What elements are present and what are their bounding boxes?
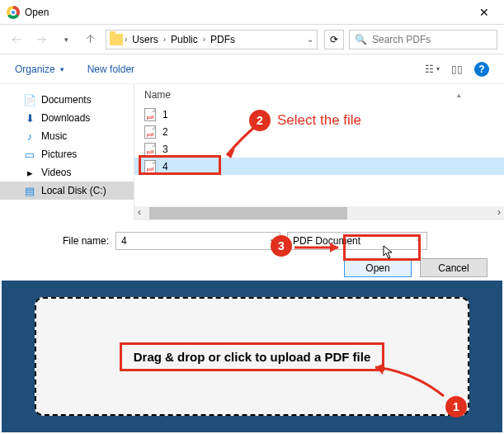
preview-pane-button[interactable]: ▯▯ [451,64,463,75]
scrollbar-thumb[interactable] [149,207,347,219]
sidebar-item-pictures[interactable]: ▭Pictures [0,145,134,163]
filename-label: File name: [63,235,109,247]
annotation-text-select: Select the file [277,112,361,129]
chevron-right-icon: › [163,35,166,44]
crumb-users[interactable]: Users [129,34,161,45]
folder-icon [110,34,123,45]
refresh-button[interactable]: ⟳ [324,30,344,50]
file-type-filter[interactable]: PDF Document▾ [287,232,427,250]
upload-background: Drag & drop or click to upload a PDF fil… [2,281,502,432]
pdf-icon: pdf [144,160,156,173]
pdf-icon: pdf [144,143,156,156]
chevron-down-icon[interactable]: ⌄ [307,35,313,44]
disk-icon: ▤ [23,184,36,197]
drop-zone[interactable]: Drag & drop or click to upload a PDF fil… [35,297,469,416]
recent-dropdown[interactable]: ▾ [56,30,76,50]
help-icon[interactable]: ? [474,62,489,77]
close-button[interactable]: ✕ [465,0,502,25]
crumb-public[interactable]: Public [167,34,201,45]
horizontal-scrollbar[interactable] [134,206,504,220]
crumb-pdfs[interactable]: PDFs [207,34,238,45]
sidebar: 📄Documents ⬇Downloads ♪Music ▭Pictures ▸… [0,84,134,220]
sort-arrow-icon: ▴ [457,91,461,99]
search-placeholder: Search PDFs [372,34,431,45]
chevron-right-icon: › [203,35,205,44]
window-title: Open [25,7,465,18]
chevron-down-icon: ▾ [417,237,422,245]
new-folder-button[interactable]: New folder [87,64,134,75]
search-input[interactable]: 🔍 Search PDFs [349,30,497,50]
chevron-right-icon: › [125,35,127,44]
organize-menu[interactable]: Organize▾ [15,64,64,75]
chrome-icon [7,6,20,19]
sidebar-item-documents[interactable]: 📄Documents [0,91,134,109]
pdf-icon: pdf [144,108,156,121]
file-row-selected[interactable]: pdf4 [134,158,504,175]
search-icon: 🔍 [355,34,367,45]
pdf-icon: pdf [144,125,156,139]
filename-input[interactable]: 4▾ [115,232,280,250]
sidebar-item-videos[interactable]: ▸Videos [0,163,134,182]
drop-zone-text: Drag & drop or click to upload a PDF fil… [120,342,385,371]
annotation-badge-3: 3 [271,235,292,257]
sidebar-item-downloads[interactable]: ⬇Downloads [0,109,134,127]
forward-button[interactable]: 🡢 [31,30,51,50]
pictures-icon: ▭ [23,148,36,161]
music-icon: ♪ [23,130,36,143]
view-options-button[interactable]: ☷ ▾ [425,64,440,75]
up-button[interactable]: 🡡 [81,30,101,50]
back-button[interactable]: 🡠 [7,30,26,50]
documents-icon: 📄 [23,93,36,106]
sidebar-item-music[interactable]: ♪Music [0,127,134,145]
file-row[interactable]: pdf3 [134,140,504,158]
videos-icon: ▸ [23,166,36,179]
breadcrumb[interactable]: › Users › Public › PDFs ⌄ [106,30,318,50]
downloads-icon: ⬇ [23,111,36,125]
column-header-name[interactable]: Name▴ [134,84,504,106]
annotation-badge-1: 1 [445,396,467,417]
open-button[interactable]: Open [344,258,412,277]
annotation-badge-2: 2 [249,110,271,131]
file-list: Name▴ pdf1 pdf2 pdf3 pdf4 [134,84,504,220]
sidebar-item-local-disk[interactable]: ▤Local Disk (C:) [0,182,134,200]
cancel-button[interactable]: Cancel [420,258,488,277]
